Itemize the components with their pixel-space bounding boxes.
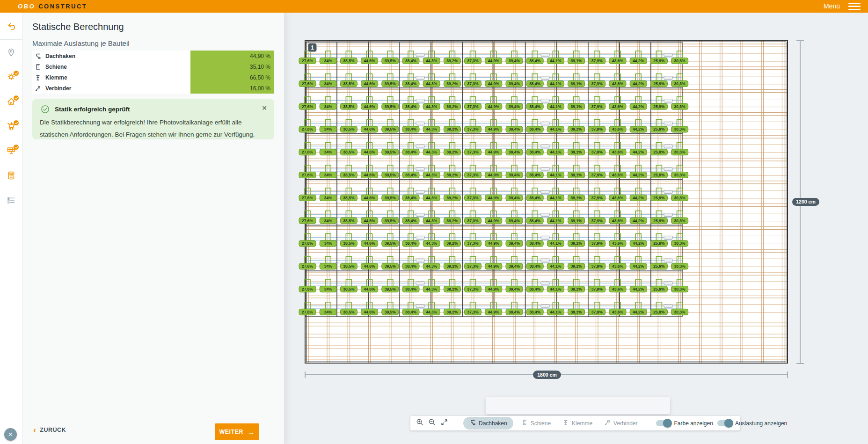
- empty-info-panel: [486, 397, 670, 414]
- svg-text:44,2%: 44,2%: [633, 58, 644, 63]
- svg-text:44,1%: 44,1%: [550, 150, 562, 154]
- svg-text:44,9%: 44,9%: [488, 287, 500, 291]
- completed-check-icon: [14, 95, 19, 101]
- filter-dachhaken-button[interactable]: Dachhaken: [463, 417, 513, 429]
- svg-text:44,9%: 44,9%: [488, 196, 500, 200]
- svg-text:43,6%: 43,6%: [612, 196, 624, 200]
- svg-text:44,2%: 44,2%: [633, 81, 644, 86]
- svg-text:44,1%: 44,1%: [550, 196, 562, 200]
- svg-text:44,2%: 44,2%: [633, 196, 644, 200]
- svg-text:38,4%: 38,4%: [529, 127, 541, 131]
- rail-icon: [521, 419, 528, 427]
- fit-view-button[interactable]: [440, 418, 448, 429]
- svg-text:44,9%: 44,9%: [488, 173, 500, 177]
- filter-verbinder-button[interactable]: Verbinder: [600, 417, 641, 429]
- svg-text:38,4%: 38,4%: [405, 81, 417, 86]
- svg-text:39,4%: 39,4%: [509, 81, 520, 86]
- svg-text:39,5%: 39,5%: [385, 81, 396, 86]
- svg-text:44,2%: 44,2%: [633, 310, 644, 314]
- sidebar-item-products[interactable]: [0, 119, 22, 135]
- svg-text:39,4%: 39,4%: [509, 241, 520, 246]
- sidebar-item-configuration[interactable]: [0, 70, 22, 86]
- width-dimension: 1800 cm: [305, 371, 788, 379]
- svg-text:39,1%: 39,1%: [571, 218, 583, 223]
- svg-text:39,4%: 39,4%: [509, 310, 520, 314]
- next-button[interactable]: WEITER →: [215, 423, 259, 440]
- rail-icon: [35, 64, 41, 70]
- static-calculation-panel: Statische Berechnung Maximale Auslastung…: [22, 13, 284, 444]
- svg-text:25,9%: 25,9%: [653, 241, 665, 246]
- svg-text:37,9%: 37,9%: [591, 150, 603, 154]
- svg-text:38,4%: 38,4%: [405, 241, 417, 246]
- svg-text:44,2%: 44,2%: [633, 218, 644, 223]
- svg-text:38,4%: 38,4%: [405, 173, 417, 177]
- toggle-show-utilization[interactable]: Auslastung anzeigen: [717, 420, 787, 427]
- toggle-switch[interactable]: [717, 420, 732, 426]
- svg-text:39,4%: 39,4%: [509, 196, 520, 200]
- svg-text:34%: 34%: [324, 81, 332, 86]
- svg-text:37,9%: 37,9%: [591, 287, 603, 291]
- completed-check-icon: [14, 145, 19, 150]
- svg-text:34%: 34%: [324, 58, 332, 63]
- logo-construct: CONSTRUCT: [38, 3, 87, 10]
- svg-text:39,4%: 39,4%: [509, 287, 520, 291]
- arrow-right-icon: →: [248, 428, 255, 436]
- svg-text:38,5%: 38,5%: [343, 241, 355, 246]
- svg-text:44,2%: 44,2%: [633, 287, 644, 291]
- svg-text:25,9%: 25,9%: [653, 196, 665, 200]
- sidebar-item-location[interactable]: [0, 45, 22, 61]
- component-utilization-value: 35,10 %: [250, 64, 270, 70]
- component-label: Verbinder: [45, 85, 71, 92]
- svg-text:39,2%: 39,2%: [446, 218, 458, 223]
- app-header: OBO CONSTRUCT Menü: [0, 0, 868, 13]
- svg-text:37,3%: 37,3%: [467, 218, 479, 223]
- svg-text:1200 cm: 1200 cm: [796, 199, 815, 204]
- app-logo: OBO CONSTRUCT: [18, 3, 87, 10]
- zoom-in-button[interactable]: [416, 418, 424, 429]
- component-label: Klemme: [45, 74, 67, 81]
- alert-close-icon[interactable]: ✕: [262, 104, 267, 112]
- zoom-out-button[interactable]: [428, 418, 436, 429]
- svg-text:44,3%: 44,3%: [426, 104, 438, 109]
- svg-text:44,6%: 44,6%: [364, 310, 376, 314]
- hamburger-menu-icon[interactable]: [847, 2, 861, 11]
- svg-text:39,5%: 39,5%: [385, 218, 396, 223]
- filter-schiene-button[interactable]: Schiene: [518, 417, 554, 429]
- svg-text:43,6%: 43,6%: [612, 310, 624, 314]
- svg-text:44,3%: 44,3%: [426, 264, 438, 269]
- svg-text:38,4%: 38,4%: [529, 173, 541, 177]
- svg-text:39,1%: 39,1%: [571, 81, 583, 86]
- svg-text:25,9%: 25,9%: [653, 150, 665, 154]
- svg-text:25,9%: 25,9%: [653, 287, 665, 291]
- svg-text:38,5%: 38,5%: [343, 218, 355, 223]
- svg-text:34%: 34%: [324, 241, 332, 246]
- svg-text:37,9%: 37,9%: [591, 173, 603, 177]
- roof-hook-icon: [35, 53, 41, 59]
- zoom-in-icon: [416, 418, 424, 428]
- sidebar-item-building[interactable]: [0, 95, 22, 110]
- filter-klemme-button[interactable]: Klemme: [559, 417, 596, 429]
- sidebar-item-pv-layout[interactable]: [0, 144, 22, 160]
- clamp-icon: [562, 419, 569, 427]
- toggle-switch[interactable]: [656, 420, 671, 426]
- svg-text:27,6%: 27,6%: [302, 150, 314, 154]
- sidebar-item-parts-list[interactable]: [0, 193, 22, 209]
- svg-text:44,2%: 44,2%: [633, 127, 644, 131]
- toggle-show-color[interactable]: Farbe anzeigen: [656, 420, 713, 427]
- layout-canvas[interactable]: 27,6%34%38,5%44,6%39,5%38,4%44,3%39,2%37…: [284, 13, 868, 444]
- back-button[interactable]: ‹ ZURÜCK: [33, 425, 66, 434]
- svg-text:34%: 34%: [324, 310, 332, 314]
- svg-text:39,1%: 39,1%: [571, 264, 583, 269]
- sidebar-item-static-calculation[interactable]: [0, 168, 22, 184]
- svg-text:44,3%: 44,3%: [426, 287, 438, 291]
- height-dimension: 1200 cm: [792, 41, 819, 364]
- svg-text:44,3%: 44,3%: [426, 81, 438, 86]
- svg-text:37,9%: 37,9%: [591, 81, 603, 86]
- sidebar-item-back[interactable]: [0, 20, 22, 36]
- svg-text:44,2%: 44,2%: [633, 104, 644, 109]
- svg-text:39,1%: 39,1%: [571, 58, 583, 63]
- svg-text:44,1%: 44,1%: [550, 81, 562, 86]
- close-floating-button[interactable]: ✕: [4, 428, 17, 441]
- menu-label[interactable]: Menü: [824, 2, 840, 10]
- calculator-icon: [7, 171, 16, 182]
